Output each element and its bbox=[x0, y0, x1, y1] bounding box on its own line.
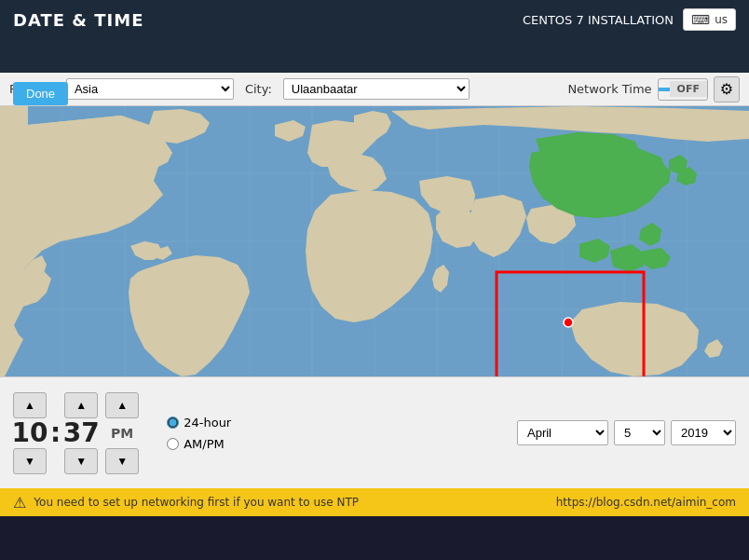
ampm-spinner: ▲ PM ▼ bbox=[105, 392, 139, 474]
city-select[interactable]: Ulaanbaatar Shanghai Tokyo Seoul Beijing… bbox=[283, 78, 470, 100]
up-arrow-icon-2: ▲ bbox=[75, 399, 87, 412]
toggle-on-side bbox=[659, 88, 670, 91]
gear-icon: ⚙ bbox=[720, 80, 733, 98]
hours-display: 10 bbox=[12, 417, 48, 448]
subheader-area: Done bbox=[0, 39, 749, 73]
warning-url: https://blog.csdn.net/aimin_com bbox=[556, 496, 736, 509]
ampm-up-button[interactable]: ▲ bbox=[105, 392, 139, 418]
time-colon: : bbox=[50, 417, 61, 448]
keyboard-lang: us bbox=[715, 13, 728, 26]
down-arrow-icon: ▼ bbox=[24, 455, 35, 468]
warning-icon: ⚠ bbox=[13, 494, 26, 512]
keyboard-badge[interactable]: ⌨ us bbox=[683, 8, 736, 31]
hours-up-button[interactable]: ▲ bbox=[13, 392, 47, 418]
time-format-group: 24-hour AM/PM bbox=[167, 416, 231, 451]
year-select[interactable]: 2017 2018 2019 2020 2021 bbox=[671, 420, 736, 445]
warning-bar: ⚠ You need to set up networking first if… bbox=[0, 488, 749, 516]
done-button[interactable]: Done bbox=[13, 82, 68, 105]
24hour-radio[interactable] bbox=[167, 417, 179, 429]
header-right: CENTOS 7 INSTALLATION ⌨ us bbox=[523, 8, 736, 31]
minutes-up-button[interactable]: ▲ bbox=[64, 392, 98, 418]
bottom-controls: ▲ 10 ▼ : ▲ 37 ▼ ▲ bbox=[0, 376, 749, 488]
ampm-format-label: AM/PM bbox=[184, 437, 225, 451]
header: DATE & TIME CENTOS 7 INSTALLATION ⌨ us bbox=[0, 0, 749, 39]
time-spinners: ▲ 10 ▼ : ▲ 37 ▼ ▲ bbox=[13, 392, 139, 474]
warning-message: You need to set up networking first if y… bbox=[34, 496, 359, 509]
network-time-group: Network Time OFF ⚙ bbox=[567, 76, 740, 102]
date-selectors: January February March April May June Ju… bbox=[517, 420, 736, 445]
city-label: City: bbox=[245, 82, 272, 96]
centos-label: CENTOS 7 INSTALLATION bbox=[523, 13, 674, 27]
page-title: DATE & TIME bbox=[13, 10, 143, 30]
ampm-down-button[interactable]: ▼ bbox=[105, 448, 139, 474]
24hour-label: 24-hour bbox=[184, 416, 231, 430]
minutes-down-button[interactable]: ▼ bbox=[64, 448, 98, 474]
ampm-display: PM bbox=[111, 426, 133, 441]
hours-spinner: ▲ 10 ▼ bbox=[13, 392, 47, 474]
minutes-spinner: ▲ 37 ▼ bbox=[64, 392, 98, 474]
network-time-toggle[interactable]: OFF bbox=[658, 78, 708, 101]
map-container[interactable] bbox=[0, 106, 749, 376]
ampm-radio[interactable] bbox=[167, 438, 179, 450]
hours-down-button[interactable]: ▼ bbox=[13, 448, 47, 474]
gear-button[interactable]: ⚙ bbox=[714, 76, 740, 102]
world-map bbox=[0, 106, 749, 376]
down-arrow-icon-3: ▼ bbox=[116, 455, 128, 468]
keyboard-icon: ⌨ bbox=[691, 12, 710, 27]
24hour-radio-label[interactable]: 24-hour bbox=[167, 416, 231, 430]
up-arrow-icon-3: ▲ bbox=[116, 399, 128, 412]
down-arrow-icon-2: ▼ bbox=[75, 455, 87, 468]
region-select[interactable]: Asia Africa Americas Atlantic Ocean Aust… bbox=[66, 78, 234, 100]
day-select[interactable]: 1234 567 bbox=[614, 420, 665, 445]
ampm-radio-label[interactable]: AM/PM bbox=[167, 437, 231, 451]
svg-point-16 bbox=[564, 318, 573, 327]
toolbar: Region: Asia Africa Americas Atlantic Oc… bbox=[0, 73, 749, 106]
toggle-off-side: OFF bbox=[670, 81, 707, 97]
warning-left: ⚠ You need to set up networking first if… bbox=[13, 494, 359, 512]
minutes-display: 37 bbox=[63, 417, 100, 448]
month-select[interactable]: January February March April May June Ju… bbox=[517, 420, 608, 445]
network-time-label: Network Time bbox=[567, 82, 651, 96]
up-arrow-icon: ▲ bbox=[24, 399, 35, 412]
